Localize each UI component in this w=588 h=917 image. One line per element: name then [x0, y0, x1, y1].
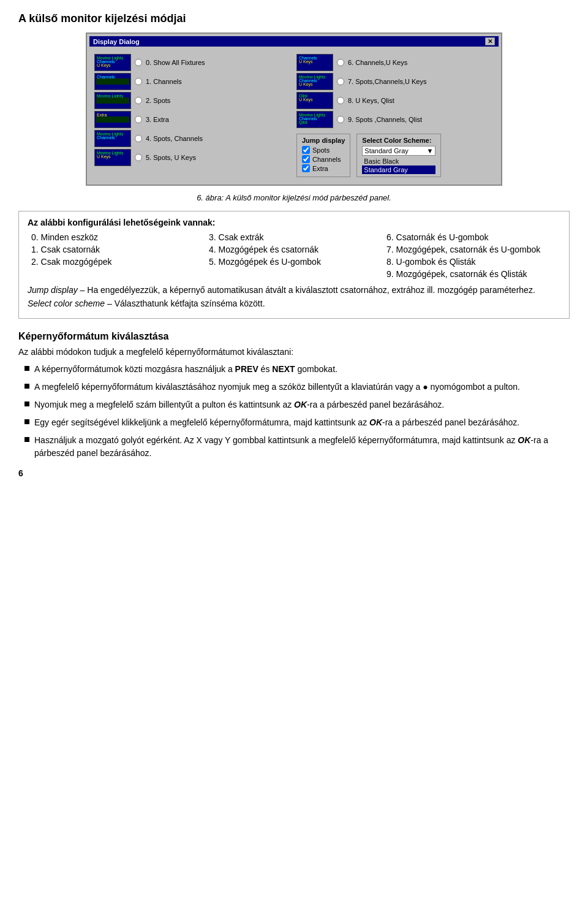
mode-label-4: 4. Spots, Channels	[146, 135, 203, 142]
table-cell: 1. Csak csatornák	[28, 243, 205, 256]
config-table: 0. Minden eszköz 3. Csak extrák 6. Csato…	[28, 231, 560, 280]
thumb-4: Moving Lights Channels	[94, 130, 131, 147]
bullet-text-1: A képernyőformátumok közti mozgásra hasz…	[34, 363, 337, 376]
table-row: 0. Minden eszköz 3. Csak extrák 6. Csato…	[28, 231, 560, 243]
thumb-1: Channels	[94, 73, 131, 90]
mode-item-6: Channels U Keys 6. Channels,U Keys	[296, 54, 494, 71]
table-cell	[205, 268, 383, 280]
mode-item-9: Moving Lights Channels Qlist 9. Spots ,C…	[296, 111, 494, 128]
mode-item-5: Moving Lights U Keys 5. Spots, U Keys	[94, 149, 292, 166]
color-scheme-title: Select Color Scheme:	[362, 137, 435, 144]
mode-label-9: 9. Spots ,Channels, Qlist	[348, 116, 422, 123]
mode-item-8: Olist U Keys 8. U Keys, Qlist	[296, 92, 494, 109]
table-cell: 7. Mozgógépek, csatornák és U-gombok	[383, 243, 560, 256]
dialog-image: Display Dialog ✕ Moving Lights Channels …	[86, 32, 502, 186]
radio-9[interactable]	[337, 116, 344, 123]
table-cell	[28, 268, 205, 280]
checkbox-channels[interactable]	[302, 155, 310, 163]
bullet-text-4: Egy egér segítségével klikkeljünk a megf…	[34, 416, 519, 429]
config-header: Az alábbi konfigurálási lehetőségeink va…	[28, 218, 560, 227]
bottom-controls: Jump display Spots Channels Extra	[296, 134, 494, 177]
mode-label-5: 5. Spots, U Keys	[146, 154, 196, 161]
dropdown-arrow-icon: ▼	[426, 147, 433, 154]
mode-label-0: 0. Show All Fixtures	[146, 59, 205, 66]
table-cell: 0. Minden eszköz	[28, 231, 205, 243]
table-row: 1. Csak csatornák 4. Mozgógépek és csato…	[28, 243, 560, 256]
checkbox-extra-label: Extra	[312, 165, 328, 172]
mode-label-7: 7. Spots,Channels,U Keys	[348, 78, 426, 85]
bullet-text-3: Nyomjuk meg a megfelelő szám billentyűt …	[34, 398, 444, 411]
radio-2[interactable]	[135, 97, 142, 104]
table-cell: 6. Csatornák és U-gombok	[383, 231, 560, 243]
dialog-titlebar: Display Dialog ✕	[89, 36, 499, 47]
checkbox-spots-row: Spots	[302, 146, 345, 154]
thumb-9: Moving Lights Channels Qlist	[296, 111, 333, 128]
table-cell: 4. Mozgógépek és csatornák	[205, 243, 383, 256]
dialog-body: Moving Lights Channels U Keys 0. Show Al…	[89, 49, 499, 182]
radio-6[interactable]	[337, 59, 344, 66]
list-item: Használjuk a mozgató golyót egérként. Az…	[24, 434, 570, 460]
bullet-icon	[24, 384, 29, 389]
select-color-desc: Select color scheme – Választhatunk kétf…	[28, 299, 560, 308]
bullet-text-5: Használjuk a mozgató golyót egérként. Az…	[34, 434, 570, 460]
bullet-icon	[24, 366, 29, 371]
radio-4[interactable]	[135, 135, 142, 142]
bullet-icon	[24, 401, 29, 406]
checkbox-extra-row: Extra	[302, 164, 345, 172]
thumb-6: Channels U Keys	[296, 54, 333, 71]
page-title: A külső monitor kijelzési módjai	[18, 12, 570, 25]
jump-display-title: Jump display	[302, 137, 345, 144]
mode-item-0: Moving Lights Channels U Keys 0. Show Al…	[94, 54, 292, 71]
table-row: 9. Mozgógépek, csatornák és Qlisták	[28, 268, 560, 280]
mode-item-7: Moving Lights Channels U Keys 7. Spots,C…	[296, 73, 494, 90]
dialog-close-button[interactable]: ✕	[485, 37, 495, 45]
bullet-icon	[24, 437, 29, 442]
checkbox-channels-row: Channels	[302, 155, 345, 163]
mode-item-4: Moving Lights Channels 4. Spots, Channel…	[94, 130, 292, 147]
mode-label-2: 2. Spots	[146, 97, 170, 104]
mode-label-6: 6. Channels,U Keys	[348, 59, 407, 66]
table-row: 2. Csak mozgógépek 5. Mozgógépek és U-go…	[28, 256, 560, 268]
thumb-7: Moving Lights Channels U Keys	[296, 73, 333, 90]
thumb-0: Moving Lights Channels U Keys	[94, 54, 131, 71]
mode-item-3: Extra 3. Extra	[94, 111, 292, 128]
config-section: Az alábbi konfigurálási lehetőségeink va…	[18, 211, 570, 319]
thumb-2: Moving Lights	[94, 92, 131, 109]
thumb-3: Extra	[94, 111, 131, 128]
cs-item-standard-gray[interactable]: Standard Gray	[362, 166, 435, 174]
cs-item-basic-black[interactable]: Basic Black	[362, 157, 435, 166]
bullet-text-2: A megfelelő képernyőformátum kiválasztás…	[34, 381, 520, 394]
radio-1[interactable]	[135, 78, 142, 85]
color-scheme-dropdown[interactable]: Standard Gray ▼	[362, 146, 435, 156]
screen-format-section: Képernyőformátum kiválasztása Az alábbi …	[18, 331, 570, 460]
table-cell: 2. Csak mozgógépek	[28, 256, 205, 268]
list-item: A megfelelő képernyőformátum kiválasztás…	[24, 381, 570, 394]
dialog-caption: 6. ábra: A külső monitor kijelzési mód p…	[18, 193, 570, 202]
checkbox-channels-label: Channels	[312, 156, 341, 163]
bullet-icon	[24, 419, 29, 424]
thumb-5: Moving Lights U Keys	[94, 149, 131, 166]
list-item: A képernyőformátumok közti mozgásra hasz…	[24, 363, 570, 376]
checkbox-extra[interactable]	[302, 164, 310, 172]
list-item: Nyomjuk meg a megfelelő szám billentyűt …	[24, 398, 570, 411]
left-mode-list: Moving Lights Channels U Keys 0. Show Al…	[94, 54, 292, 177]
checkbox-spots[interactable]	[302, 146, 310, 154]
radio-0[interactable]	[135, 59, 142, 66]
list-item: Egy egér segítségével klikkeljünk a megf…	[24, 416, 570, 429]
radio-5[interactable]	[135, 154, 142, 161]
color-scheme-selected-text: Standard Gray	[364, 147, 409, 154]
mode-label-3: 3. Extra	[146, 116, 169, 123]
jump-display-desc: Jump display – Ha engedélyezzük, a képer…	[28, 285, 560, 295]
right-panel: Channels U Keys 6. Channels,U Keys Movin…	[296, 54, 494, 177]
radio-7[interactable]	[337, 78, 344, 85]
table-cell: 8. U-gombok és Qlisták	[383, 256, 560, 268]
mode-item-2: Moving Lights 2. Spots	[94, 92, 292, 109]
radio-3[interactable]	[135, 116, 142, 123]
table-cell: 5. Mozgógépek és U-gombok	[205, 256, 383, 268]
dialog-title-text: Display Dialog	[93, 38, 140, 45]
checkbox-spots-label: Spots	[312, 146, 330, 154]
bullet-list: A képernyőformátumok közti mozgásra hasz…	[24, 363, 570, 460]
page-number: 6	[18, 468, 570, 478]
thumb-8: Olist U Keys	[296, 92, 333, 109]
radio-8[interactable]	[337, 97, 344, 104]
